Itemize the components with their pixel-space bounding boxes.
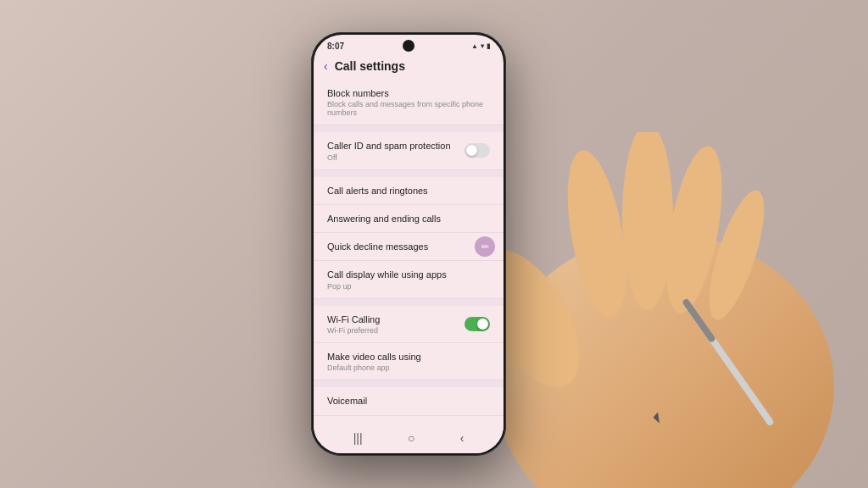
divider-4 (314, 380, 504, 387)
menu-item-title: Voicemail (327, 395, 490, 407)
status-bar: 8:07 ▲ ▾ ▮ (314, 35, 504, 54)
menu-item-call-display[interactable]: Call display while using apps Pop up (314, 261, 504, 298)
recent-apps-button[interactable]: ||| (353, 431, 363, 445)
edit-button[interactable]: ✏ (475, 236, 495, 257)
page-title: Call settings (335, 59, 405, 73)
menu-item-voicemail[interactable]: Voicemail (314, 387, 504, 415)
screen-header: ‹ Call settings (314, 54, 504, 80)
svg-point-3 (622, 132, 673, 310)
menu-item-subtitle: Block calls and messages from specific p… (327, 100, 490, 117)
toggle-knob (466, 145, 477, 156)
menu-item-title: Call display while using apps (327, 269, 490, 280)
edit-icon: ✏ (481, 241, 489, 252)
menu-item-supplementary[interactable]: Supplementary services (314, 416, 504, 424)
signal-icon: ▲ (471, 42, 478, 50)
divider-2 (314, 170, 504, 177)
menu-item-title: Call alerts and ringtones (327, 185, 490, 197)
screen-content: Block numbers Block calls and messages f… (314, 80, 504, 424)
menu-item-call-alerts[interactable]: Call alerts and ringtones (314, 177, 504, 205)
menu-item-wifi-calling[interactable]: Wi-Fi Calling Wi-Fi preferred (314, 306, 504, 343)
menu-item-title: Caller ID and spam protection (327, 140, 451, 152)
menu-item-block-numbers[interactable]: Block numbers Block calls and messages f… (314, 80, 504, 125)
menu-item-quick-decline[interactable]: Quick decline messages ✏ (314, 233, 504, 261)
menu-item-subtitle: Default phone app (327, 363, 490, 372)
menu-item-title: Wi-Fi Calling (327, 313, 380, 325)
toggle-knob (477, 319, 488, 330)
phone-screen: 8:07 ▲ ▾ ▮ ‹ Call settings (314, 35, 504, 453)
menu-item-title: Block numbers (327, 87, 490, 99)
status-time: 8:07 (327, 42, 344, 51)
divider-1 (314, 125, 504, 132)
phone-device: 8:07 ▲ ▾ ▮ ‹ Call settings (311, 32, 506, 456)
camera-notch (403, 40, 415, 52)
menu-item-title: Answering and ending calls (327, 213, 490, 225)
menu-item-subtitle: Off (327, 153, 451, 162)
menu-item-subtitle: Pop up (327, 282, 490, 291)
menu-item-title: Make video calls using (327, 351, 490, 363)
back-nav-button[interactable]: ‹ (460, 431, 465, 445)
phone-wrapper: 8:07 ▲ ▾ ▮ ‹ Call settings (311, 32, 506, 456)
caller-id-toggle[interactable] (465, 143, 490, 158)
back-button[interactable]: ‹ (324, 59, 328, 73)
menu-item-subtitle: Wi-Fi preferred (327, 326, 380, 335)
scene: 8:07 ▲ ▾ ▮ ‹ Call settings (0, 0, 868, 488)
menu-item-title: Quick decline messages (327, 241, 428, 252)
menu-item-caller-id[interactable]: Caller ID and spam protection Off (314, 132, 504, 169)
menu-item-video-calls[interactable]: Make video calls using Default phone app (314, 343, 504, 380)
wifi-icon: ▾ (481, 42, 484, 50)
bottom-navigation: ||| ○ ‹ (314, 424, 504, 453)
status-icons: ▲ ▾ ▮ (471, 42, 490, 50)
home-button[interactable]: ○ (408, 431, 415, 445)
battery-icon: ▮ (487, 42, 490, 50)
menu-item-answering[interactable]: Answering and ending calls (314, 205, 504, 233)
wifi-calling-toggle[interactable] (465, 317, 490, 331)
divider-3 (314, 299, 504, 306)
